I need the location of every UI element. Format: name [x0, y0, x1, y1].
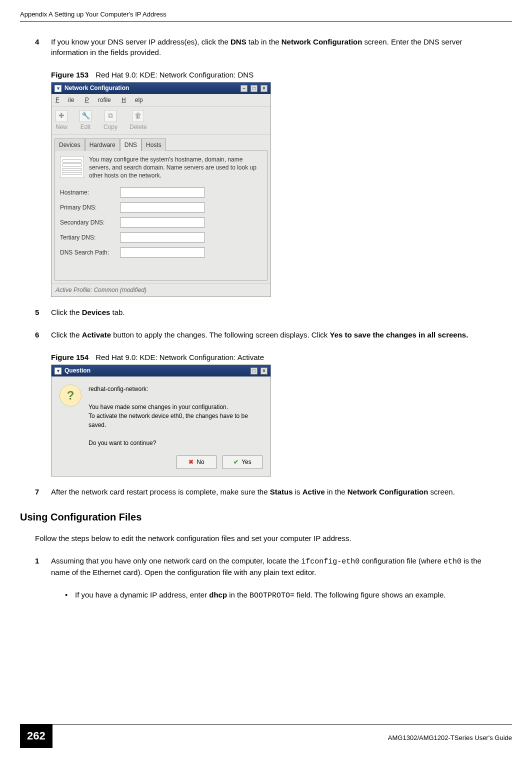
- window-titlebar[interactable]: ▾ Network Configuration – □ ×: [52, 82, 270, 94]
- step-1b-code2: eth0: [444, 558, 462, 566]
- figure-153: Figure 153 Red Hat 9.0: KDE: Network Con…: [51, 70, 497, 297]
- primary-dns-label: Primary DNS:: [60, 204, 120, 212]
- step-7-b2: Active: [302, 488, 325, 496]
- edit-icon: 🔧: [80, 110, 92, 122]
- delete-icon: 🗑: [132, 110, 144, 122]
- no-label: No: [196, 458, 204, 466]
- minimize-button[interactable]: –: [240, 85, 248, 92]
- secondary-dns-row: Secondary DNS:: [60, 218, 262, 228]
- dialog-buttons: ✖No ✔Yes: [52, 452, 270, 476]
- menu-profile[interactable]: Profile: [85, 96, 111, 104]
- step-4-text: If you know your DNS server IP address(e…: [51, 36, 497, 58]
- dialog-line3: To activate the network device eth0, the…: [88, 412, 262, 430]
- figure-154: Figure 154 Red Hat 9.0: KDE: Network Con…: [51, 352, 497, 476]
- tertiary-dns-label: Tertiary DNS:: [60, 234, 120, 242]
- hostname-input[interactable]: [120, 188, 205, 198]
- toolbar-delete-label: Delete: [130, 123, 147, 132]
- network-config-window: ▾ Network Configuration – □ × File Profi…: [51, 82, 271, 297]
- bullet-code: BOOTPROTO=: [250, 592, 294, 600]
- step-7: 7 After the network card restart process…: [35, 486, 497, 497]
- step-7-b3: Network Configuration: [348, 488, 428, 496]
- toolbar-delete[interactable]: 🗑Delete: [130, 110, 147, 132]
- step-4-mid: tab in the: [246, 38, 282, 46]
- no-button[interactable]: ✖No: [176, 456, 216, 469]
- step-6-num: 6: [35, 330, 51, 340]
- bullet-mid: in the: [227, 590, 250, 599]
- step-5: 5 Click the Devices tab.: [35, 307, 497, 318]
- dialog-line2: You have made some changes in your confi…: [88, 402, 262, 412]
- question-dialog: ▾ Question □ × ? redhat-config-network: …: [51, 364, 271, 476]
- step-1b-mid: configuration file (where: [360, 556, 444, 565]
- yes-button[interactable]: ✔Yes: [222, 456, 262, 469]
- secondary-dns-input[interactable]: [120, 218, 205, 228]
- tertiary-dns-input[interactable]: [120, 232, 205, 242]
- step-1b-num: 1: [35, 556, 51, 578]
- yes-icon: ✔: [234, 458, 238, 466]
- footer-guide-name: AMG1302/AMG1202-TSeries User's Guide: [388, 734, 512, 742]
- step-5-text: Click the Devices tab.: [51, 307, 497, 318]
- figure-153-caption-text: Red Hat 9.0: KDE: Network Configuration:…: [96, 70, 254, 79]
- bullet-text: If you have a dynamic IP address, enter …: [75, 590, 446, 601]
- step-4-bold2: Network Configuration: [282, 38, 362, 46]
- tabs: Devices Hardware DNS Hosts: [52, 138, 270, 151]
- dialog-maximize-button[interactable]: □: [250, 368, 258, 374]
- dialog-body: ? redhat-config-network: You have made s…: [52, 376, 270, 452]
- hostname-label: Hostname:: [60, 188, 120, 197]
- copy-icon: ⧉: [104, 110, 116, 122]
- toolbar-new[interactable]: ✚New: [56, 110, 68, 132]
- toolbar-edit-label: Edit: [80, 123, 91, 132]
- primary-dns-input[interactable]: [120, 202, 205, 212]
- yes-label: Yes: [242, 458, 252, 466]
- question-icon: ?: [60, 384, 82, 406]
- step-6-bold2: Yes to save the changes in all screens.: [330, 330, 468, 339]
- close-button[interactable]: ×: [260, 85, 268, 92]
- figure-153-caption: Figure 153 Red Hat 9.0: KDE: Network Con…: [51, 70, 497, 80]
- secondary-dns-label: Secondary DNS:: [60, 218, 120, 227]
- search-path-input[interactable]: [120, 248, 205, 258]
- step-5-pre: Click the: [51, 308, 82, 316]
- tab-hardware[interactable]: Hardware: [85, 138, 120, 152]
- step-1b-text: Assuming that you have only one network …: [51, 556, 497, 578]
- step-5-bold: Devices: [82, 308, 110, 316]
- tab-dns[interactable]: DNS: [120, 138, 142, 152]
- bullet-pre: If you have a dynamic IP address, enter: [75, 590, 209, 599]
- step-5-num: 5: [35, 307, 51, 318]
- menu-help[interactable]: Help: [122, 96, 143, 104]
- dialog-line1: redhat-config-network:: [88, 384, 262, 394]
- toolbar-new-label: New: [56, 123, 68, 132]
- toolbar-copy-label: Copy: [104, 123, 118, 132]
- dialog-titlebar[interactable]: ▾ Question □ ×: [52, 365, 270, 376]
- step-7-mid2: in the: [325, 488, 348, 496]
- step-4-pre: If you know your DNS server IP address(e…: [51, 38, 230, 46]
- step-7-pre: After the network card restart process i…: [51, 488, 270, 496]
- toolbar: ✚New 🔧Edit ⧉Copy 🗑Delete: [52, 107, 270, 135]
- menu-bar: File Profile Help: [52, 94, 270, 107]
- no-icon: ✖: [188, 458, 194, 466]
- step-6-text: Click the Activate button to apply the c…: [51, 330, 497, 340]
- step-7-b1: Status: [270, 488, 293, 496]
- tab-devices[interactable]: Devices: [54, 138, 85, 152]
- step-7-mid: is: [293, 488, 302, 496]
- dns-description-text: You may configure the system's hostname,…: [89, 156, 262, 180]
- tertiary-dns-row: Tertiary DNS:: [60, 232, 262, 242]
- toolbar-edit[interactable]: 🔧Edit: [80, 110, 92, 132]
- step-7-text: After the network card restart process i…: [51, 486, 497, 497]
- menu-file[interactable]: File: [56, 96, 74, 104]
- figure-154-caption-text: Red Hat 9.0: KDE: Network Configuration:…: [96, 353, 264, 362]
- window-menu-icon[interactable]: ▾: [54, 85, 62, 92]
- dialog-menu-icon[interactable]: ▾: [54, 368, 62, 374]
- tab-hosts[interactable]: Hosts: [142, 138, 166, 152]
- dialog-close-button[interactable]: ×: [260, 368, 268, 374]
- maximize-button[interactable]: □: [250, 85, 258, 92]
- toolbar-copy[interactable]: ⧉Copy: [104, 110, 118, 132]
- running-head: Appendix A Setting up Your Computer's IP…: [20, 10, 512, 22]
- step-6-mid: button to apply the changes. The followi…: [111, 330, 330, 339]
- figure-154-caption: Figure 154 Red Hat 9.0: KDE: Network Con…: [51, 352, 497, 362]
- dialog-line4: Do you want to continue?: [88, 438, 262, 448]
- running-head-text: Appendix A Setting up Your Computer's IP…: [20, 10, 166, 18]
- bullet-bold: dhcp: [209, 590, 227, 599]
- search-path-label: DNS Search Path:: [60, 248, 120, 257]
- hostname-row: Hostname:: [60, 188, 262, 198]
- dialog-message: redhat-config-network: You have made som…: [88, 384, 262, 448]
- step-4-bold1: DNS: [230, 38, 246, 46]
